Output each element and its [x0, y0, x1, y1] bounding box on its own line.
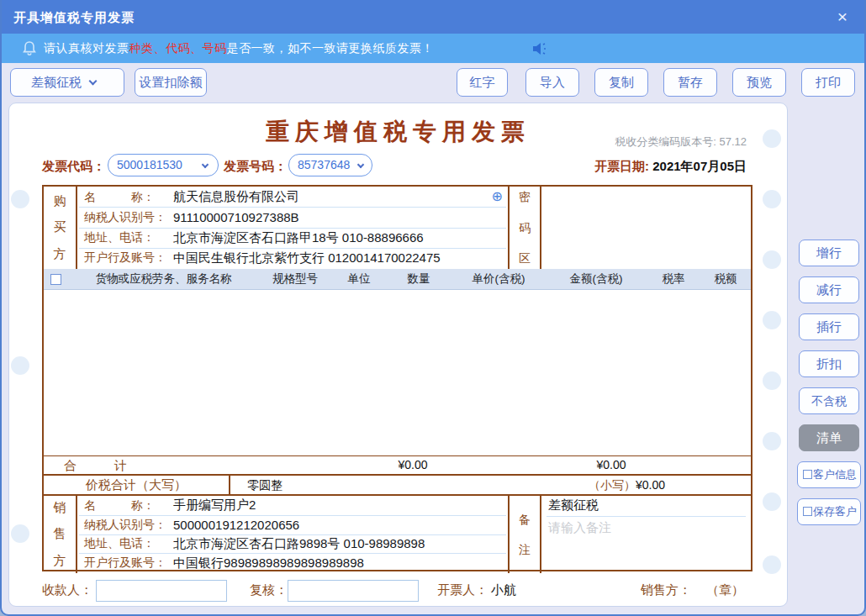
seller-section: 销 售 方 名 称： 手册编写用户2 纳税人识别号： 5000001912120… — [44, 494, 751, 573]
decor-dot — [11, 524, 29, 543]
col-tax-amount: 税额 — [700, 271, 751, 287]
seller-address-input[interactable]: 北京市海淀区杏石口路9898号 010-98989898 — [173, 536, 425, 552]
small-label: （小写） — [589, 478, 636, 492]
window-title: 开具增值税专用发票 — [13, 10, 135, 26]
invoice-issue-window: 开具增值税专用发票 × 请认真核对发票种类、代码、号码是否一致，如不一致请更换纸… — [0, 0, 866, 616]
buyer-taxid-label: 纳税人识别号： — [79, 210, 173, 225]
print-button[interactable]: 打印 — [801, 68, 855, 97]
total-amount: ¥0.00 — [371, 458, 455, 471]
seller-name-label: 名 称： — [79, 498, 173, 513]
decor-dot — [763, 190, 781, 208]
customer-info-button[interactable]: 客户信息 — [797, 461, 861, 488]
toolbar: 差额征税 设置扣除额 红字 导入 复制 暂存 预览 打印 — [2, 63, 864, 103]
decor-dot — [763, 432, 781, 450]
invoice-number-select[interactable]: 85737648 — [288, 154, 372, 176]
decor-dot — [11, 356, 29, 375]
grand-total-words-label: 价税合计（大写） — [44, 476, 230, 494]
seller-name-row: 名 称： 手册编写用户2 — [79, 497, 506, 516]
drawer-value: 小航 — [491, 582, 516, 598]
invoice-number-value: 85737648 — [298, 158, 350, 171]
buyer-taxid-input[interactable]: 91110000710927388B — [173, 210, 299, 224]
buyer-section: 购 买 方 名 称： 航天信息股份有限公司 ⊕ 纳税人识别号： 91110000… — [44, 187, 751, 269]
import-button[interactable]: 导入 — [525, 68, 579, 97]
payee-input[interactable] — [96, 580, 227, 602]
decor-dot — [763, 492, 781, 511]
signature-row: 收款人： 复核： 开票人： 小航 销售方： （章） — [2, 578, 795, 603]
customer-lookup-icon[interactable]: ⊕ — [492, 188, 503, 205]
set-deduction-button[interactable]: 设置扣除额 — [135, 68, 207, 97]
tax-mode-select[interactable]: 差额征税 — [10, 68, 124, 97]
buyer-taxid-row: 纳税人识别号： 91110000710927388B — [79, 208, 506, 228]
buyer-name-input[interactable]: 航天信息股份有限公司 — [173, 189, 299, 205]
invoice-date: 开票日期: 2021年07月05日 — [594, 159, 747, 175]
temp-save-button[interactable]: 暂存 — [663, 68, 717, 97]
seller-section-label: 销 售 方 — [44, 496, 77, 573]
remark-area: 差额征税 请输入备注 — [541, 496, 751, 573]
invoice-code-label: 发票代码： — [42, 159, 105, 175]
preview-button[interactable]: 预览 — [732, 68, 786, 97]
tax-mode-value: 差额征税 — [31, 75, 82, 89]
seller-address-row: 地址、电话： 北京市海淀区杏石口路9898号 010-98989898 — [79, 535, 506, 555]
red-letter-button[interactable]: 红字 — [457, 68, 508, 97]
tax-exclusive-button[interactable]: 不含税 — [799, 387, 859, 414]
reviewer-input[interactable] — [288, 580, 419, 602]
speaker-icon[interactable] — [531, 41, 550, 56]
buyer-name-label: 名 称： — [79, 190, 173, 205]
seller-fields: 名 称： 手册编写用户2 纳税人识别号： 500000191212020656 … — [77, 496, 508, 573]
col-item-name: 货物或应税劳务、服务名称 — [69, 271, 258, 287]
decor-dot — [11, 190, 29, 208]
seller-taxid-input[interactable]: 500000191212020656 — [173, 518, 299, 532]
save-customer-label: 保存客户 — [813, 505, 857, 518]
close-icon[interactable]: × — [832, 7, 853, 27]
chevron-down-icon — [202, 161, 209, 168]
buyer-address-label: 地址、电话： — [79, 230, 173, 245]
seller-stamp-label: 销售方： — [641, 582, 691, 598]
totals-row: 合 计 ¥0.00 ¥0.00 — [44, 455, 751, 474]
buyer-section-label: 购 买 方 — [44, 187, 77, 269]
col-unit: 单位 — [332, 271, 386, 287]
tax-code-version: 税收分类编码版本号: 57.12 — [615, 134, 747, 150]
remark-placeholder[interactable]: 请输入备注 — [547, 517, 746, 573]
totals-label: 合 计 — [64, 458, 127, 474]
copy-button[interactable]: 复制 — [594, 68, 648, 97]
seller-name-input[interactable]: 手册编写用户2 — [173, 498, 256, 513]
seller-address-label: 地址、电话： — [79, 536, 173, 551]
decor-dot — [763, 250, 781, 269]
titlebar: 开具增值税专用发票 × — [2, 0, 864, 34]
seller-bank-label: 开户行及账号： — [79, 555, 173, 571]
remark-label: 备 注 — [508, 496, 541, 573]
seller-taxid-row: 纳税人识别号： 500000191212020656 — [79, 516, 506, 535]
save-customer-button[interactable]: 保存客户 — [797, 498, 861, 525]
select-all-checkbox[interactable] — [50, 274, 61, 285]
payee-label: 收款人： — [42, 582, 92, 598]
banner-emphasis: 种类、代码、号码 — [129, 41, 227, 55]
checkbox-icon — [803, 507, 812, 516]
invoice-date-value: 2021年07月05日 — [652, 159, 747, 173]
password-area — [541, 187, 751, 269]
list-button[interactable]: 清单 — [799, 424, 859, 451]
buyer-bank-input[interactable]: 中国民生银行北京紫竹支行 0120014170022475 — [173, 250, 441, 266]
grand-total-numeric: （小写）¥0.00 — [589, 478, 665, 493]
warning-banner: 请认真核对发票种类、代码、号码是否一致，如不一致请更换纸质发票！ — [2, 34, 864, 63]
insert-row-button[interactable]: 插行 — [799, 313, 859, 340]
discount-button[interactable]: 折扣 — [799, 350, 859, 377]
drawer-label: 开票人： — [437, 582, 488, 598]
reviewer-label: 复核： — [250, 582, 288, 598]
buyer-address-input[interactable]: 北京市海淀区杏石口路甲18号 010-88896666 — [173, 230, 424, 246]
invoice-date-label: 开票日期: — [594, 159, 649, 173]
col-amount: 金额(含税) — [546, 271, 647, 287]
delete-row-button[interactable]: 减行 — [799, 276, 859, 303]
add-row-button[interactable]: 增行 — [799, 240, 859, 266]
total-tax: ¥0.00 — [569, 458, 653, 471]
seller-bank-input[interactable]: 中国银行98989898989898989898 — [173, 555, 364, 571]
col-tax-rate: 税率 — [647, 271, 700, 287]
invoice-code-select[interactable]: 5000181530 — [108, 154, 219, 176]
remark-value[interactable]: 差额征税 — [547, 496, 746, 517]
col-quantity: 数量 — [386, 271, 451, 287]
invoice-code-value: 5000181530 — [117, 158, 182, 171]
buyer-name-row: 名 称： 航天信息股份有限公司 ⊕ — [79, 187, 506, 208]
decor-dot — [763, 371, 781, 390]
grand-total-row: 价税合计（大写） 零圆整 （小写）¥0.00 — [44, 474, 751, 494]
invoice-form: 购 买 方 名 称： 航天信息股份有限公司 ⊕ 纳税人识别号： 91110000… — [42, 185, 752, 571]
buyer-address-row: 地址、电话： 北京市海淀区杏石口路甲18号 010-88896666 — [79, 229, 506, 249]
